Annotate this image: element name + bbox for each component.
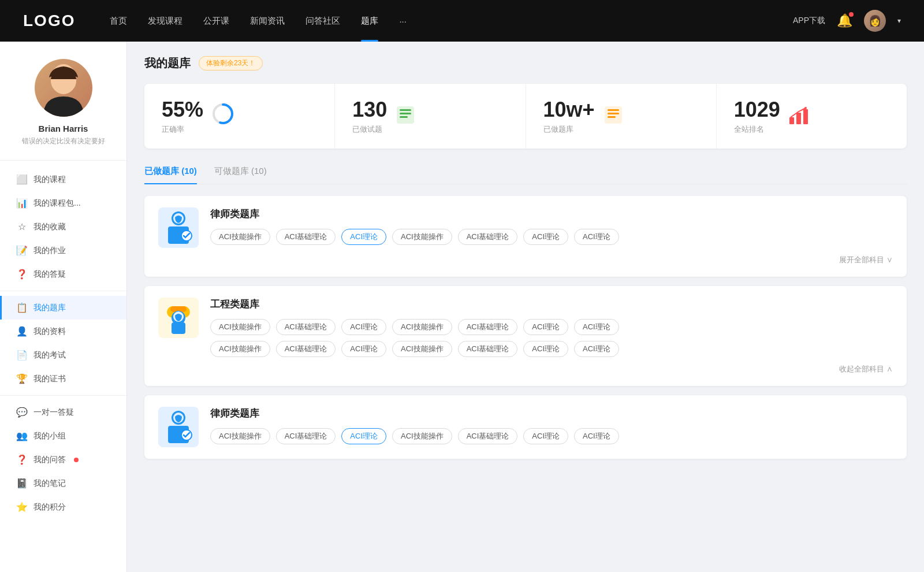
stat-done-banks-info: 10w+ 已做题库 — [543, 98, 595, 135]
qbank-footer-2: 收起全部科目 ∧ — [158, 364, 893, 374]
sidebar-item-course-package[interactable]: 📊 我的课程包... — [0, 191, 126, 215]
eng-tag-1[interactable]: ACI基础理论 — [276, 319, 336, 335]
stat-accuracy-value: 55% — [162, 98, 203, 122]
tag-5[interactable]: ACI理论 — [523, 229, 568, 245]
sidebar-divider-1 — [0, 291, 126, 291]
app-download-link[interactable]: APP下载 — [793, 16, 825, 26]
svg-rect-14 — [803, 109, 808, 124]
sidebar-item-label: 我的收藏 — [33, 222, 66, 232]
eng-tag-r2-6[interactable]: ACI理论 — [574, 341, 619, 357]
favorites-icon: ☆ — [16, 221, 28, 232]
law2-tag-3[interactable]: ACI技能操作 — [392, 428, 452, 444]
stat-rank-value: 1029 — [734, 98, 780, 122]
stat-done-label: 已做试题 — [352, 124, 387, 135]
page-header: 我的题库 体验剩余23天！ — [144, 55, 907, 71]
nav-open-course[interactable]: 公开课 — [203, 16, 229, 27]
my-qa-icon: ❓ — [16, 454, 28, 465]
svg-rect-6 — [400, 113, 411, 114]
svg-rect-4 — [397, 106, 414, 124]
stat-banks-icon — [603, 105, 624, 128]
tag-6[interactable]: ACI理论 — [574, 229, 619, 245]
sidebar-item-my-qa[interactable]: ❓ 我的问答 — [0, 448, 126, 471]
sidebar-item-profile[interactable]: 👤 我的资料 — [0, 320, 126, 343]
nav-news[interactable]: 新闻资讯 — [250, 16, 285, 27]
question-bank-icon: 📋 — [16, 302, 28, 313]
sidebar-divider-2 — [0, 395, 126, 396]
exam-icon: 📄 — [16, 350, 28, 361]
law2-tag-1[interactable]: ACI基础理论 — [276, 428, 336, 444]
sidebar-item-notes[interactable]: 📓 我的笔记 — [0, 471, 126, 495]
sidebar-item-label: 我的问答 — [33, 455, 66, 465]
logo: LOGO — [23, 12, 75, 30]
law2-tag-5[interactable]: ACI理论 — [523, 428, 568, 444]
sidebar-item-label: 我的答疑 — [33, 269, 66, 280]
qa-dot-badge — [74, 458, 79, 462]
svg-rect-23 — [172, 322, 185, 334]
sidebar-item-label: 一对一答疑 — [33, 407, 74, 418]
sidebar-item-favorites[interactable]: ☆ 我的收藏 — [0, 215, 126, 239]
sidebar-item-exam[interactable]: 📄 我的考试 — [0, 343, 126, 367]
qbank-card-header-3: 律师类题库 ACI技能操作 ACI基础理论 ACI理论 ACI技能操作 ACI基… — [158, 407, 893, 447]
eng-tag-r2-2[interactable]: ACI理论 — [341, 341, 386, 357]
eng-tag-4[interactable]: ACI基础理论 — [458, 319, 518, 335]
notification-bell[interactable]: 🔔 — [837, 13, 852, 28]
notification-dot — [849, 12, 854, 17]
nav-home[interactable]: 首页 — [110, 16, 127, 27]
tag-2-active[interactable]: ACI理论 — [341, 229, 386, 245]
tab-done[interactable]: 已做题库 (10) — [144, 161, 197, 184]
tab-available[interactable]: 可做题库 (10) — [214, 161, 267, 184]
lawyer-icon — [158, 207, 199, 248]
avatar[interactable]: 👩 — [864, 10, 886, 32]
stat-done-icon — [395, 105, 416, 128]
nav-more[interactable]: ··· — [399, 16, 407, 26]
sidebar-item-certificate[interactable]: 🏆 我的证书 — [0, 367, 126, 391]
nav-qa[interactable]: 问答社区 — [305, 16, 340, 27]
eng-tag-6[interactable]: ACI理论 — [574, 319, 619, 335]
nav-discover[interactable]: 发现课程 — [148, 16, 182, 27]
nav-question-bank[interactable]: 题库 — [361, 16, 378, 27]
law2-tag-0[interactable]: ACI技能操作 — [210, 428, 270, 444]
qbank-title-3: 律师类题库 — [210, 407, 893, 420]
svg-rect-10 — [608, 113, 619, 114]
qbank-body-2: 工程类题库 ACI技能操作 ACI基础理论 ACI理论 ACI技能操作 ACI基… — [210, 298, 893, 357]
sidebar-item-question-bank[interactable]: 📋 我的题库 — [0, 296, 126, 320]
eng-tag-r2-5[interactable]: ACI理论 — [523, 341, 568, 357]
eng-tag-r2-4[interactable]: ACI基础理论 — [458, 341, 518, 357]
eng-tag-r2-1[interactable]: ACI基础理论 — [276, 341, 336, 357]
tag-0[interactable]: ACI技能操作 — [210, 229, 270, 245]
eng-tag-3[interactable]: ACI技能操作 — [392, 319, 452, 335]
engineer-icon — [158, 298, 199, 338]
eng-tag-2[interactable]: ACI理论 — [341, 319, 386, 335]
stat-done-banks: 10w+ 已做题库 — [526, 84, 717, 148]
qbank-tags-3: ACI技能操作 ACI基础理论 ACI理论 ACI技能操作 ACI基础理论 AC… — [210, 428, 893, 444]
sidebar-item-questions[interactable]: ❓ 我的答疑 — [0, 262, 126, 286]
qbank-card-header-2: 工程类题库 ACI技能操作 ACI基础理论 ACI理论 ACI技能操作 ACI基… — [158, 298, 893, 357]
eng-tag-r2-3[interactable]: ACI技能操作 — [392, 341, 452, 357]
certificate-icon: 🏆 — [16, 373, 28, 384]
course-package-icon: 📊 — [16, 198, 28, 209]
sidebar-item-homework[interactable]: 📝 我的作业 — [0, 239, 126, 262]
svg-rect-9 — [608, 109, 619, 111]
law2-tag-4[interactable]: ACI基础理论 — [458, 428, 518, 444]
notes-icon: 📓 — [16, 478, 28, 489]
eng-tag-5[interactable]: ACI理论 — [523, 319, 568, 335]
sidebar-item-points[interactable]: ⭐ 我的积分 — [0, 495, 126, 519]
eng-tag-0[interactable]: ACI技能操作 — [210, 319, 270, 335]
collapse-link[interactable]: 收起全部科目 ∧ — [839, 364, 893, 374]
tag-1[interactable]: ACI基础理论 — [276, 229, 336, 245]
svg-rect-11 — [608, 116, 616, 118]
stat-rank-label: 全站排名 — [734, 124, 780, 135]
eng-tag-r2-0[interactable]: ACI技能操作 — [210, 341, 270, 357]
qbank-card-header: 律师类题库 ACI技能操作 ACI基础理论 ACI理论 ACI技能操作 ACI基… — [158, 207, 893, 248]
sidebar-item-group[interactable]: 👥 我的小组 — [0, 424, 126, 448]
nav-chevron-icon[interactable]: ▾ — [897, 17, 901, 25]
expand-link[interactable]: 展开全部科目 ∨ — [839, 255, 893, 265]
sidebar-item-courses[interactable]: ⬜ 我的课程 — [0, 168, 126, 191]
profile-name: Brian Harris — [12, 124, 115, 133]
law2-tag-6[interactable]: ACI理论 — [574, 428, 619, 444]
tag-4[interactable]: ACI基础理论 — [458, 229, 518, 245]
sidebar-item-one-on-one[interactable]: 💬 一对一答疑 — [0, 400, 126, 424]
profile-motto: 错误的决定比没有决定要好 — [12, 136, 115, 146]
tag-3[interactable]: ACI技能操作 — [392, 229, 452, 245]
law2-tag-2-active[interactable]: ACI理论 — [341, 428, 386, 444]
